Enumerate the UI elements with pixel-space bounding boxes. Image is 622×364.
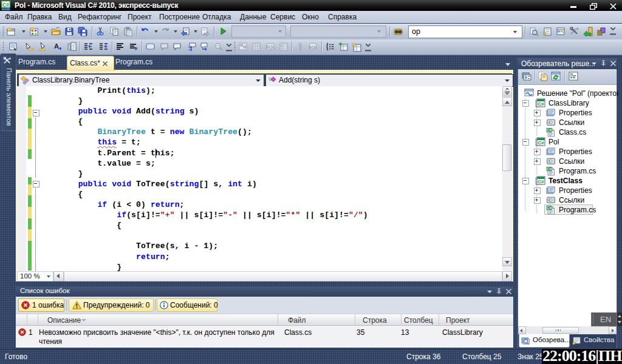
svg-text:C#: C# (547, 206, 552, 210)
svg-text:C#: C# (538, 179, 544, 184)
svg-text:C#: C# (538, 101, 544, 107)
svg-text:C#: C# (547, 128, 552, 132)
svg-text:SQL: SQL (309, 46, 317, 49)
svg-text:C#: C# (538, 140, 544, 146)
svg-text:C#: C# (2, 2, 9, 8)
svg-text:SQL: SQL (266, 45, 274, 50)
svg-text:A: A (54, 42, 59, 50)
svg-text:C#: C# (547, 167, 552, 171)
